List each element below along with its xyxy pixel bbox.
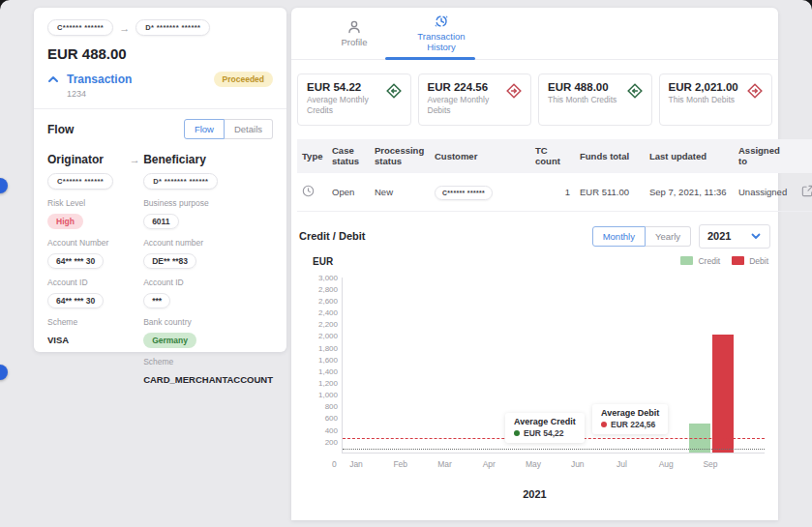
parties-breadcrumb: C****** ****** → D* ******* ****** bbox=[47, 19, 273, 36]
transaction-detail-panel: C****** ****** → D* ******* ****** EUR 4… bbox=[34, 8, 286, 352]
chart-year-label: 2021 bbox=[291, 488, 778, 500]
stat-label: This Month Credits bbox=[548, 95, 617, 105]
tab-label: Profile bbox=[323, 38, 385, 48]
stat-label: Average Monthly Debits bbox=[428, 95, 497, 116]
flow-section-title: Flow bbox=[47, 123, 74, 136]
diamond-arrow-right-icon bbox=[747, 83, 763, 99]
account-id-value: *** bbox=[143, 293, 170, 308]
diamond-arrow-right-icon bbox=[506, 83, 522, 99]
originator-name-pill[interactable]: C****** ****** bbox=[47, 19, 113, 36]
field-label: Scheme bbox=[143, 357, 273, 366]
tab-profile[interactable]: Profile bbox=[311, 8, 398, 59]
monthly-toggle-button[interactable]: Monthly bbox=[592, 226, 646, 247]
arrow-right-icon: → bbox=[119, 22, 130, 34]
average-credit-line bbox=[343, 449, 765, 450]
account-id-value: 64** *** 30 bbox=[47, 293, 104, 308]
y-axis-label: 2,400 bbox=[318, 308, 338, 317]
col-header-customer: Customer bbox=[430, 139, 530, 173]
x-axis-label: Feb bbox=[393, 459, 407, 469]
y-axis-label: 2,000 bbox=[318, 332, 338, 340]
x-axis-label: Apr bbox=[483, 459, 496, 469]
diamond-arrow-left-icon bbox=[627, 83, 643, 99]
legend-label: Credit bbox=[698, 256, 720, 266]
debit-swatch bbox=[732, 256, 744, 265]
arrow-right-icon: → bbox=[126, 153, 143, 387]
field-label: Business purpose bbox=[143, 198, 273, 208]
transaction-collapse-label[interactable]: Transaction bbox=[67, 73, 132, 86]
open-external-icon[interactable] bbox=[800, 184, 812, 198]
cell-tc-count: 1 bbox=[530, 173, 575, 212]
debit-dot-icon bbox=[601, 422, 607, 427]
active-tab-indicator bbox=[385, 57, 475, 60]
chart-x-axis: 0JanFebMarAprMayJunJulAugSep bbox=[342, 459, 765, 473]
risk-level-badge: High bbox=[47, 214, 83, 229]
app-window: C****** ****** → D* ******* ****** EUR 4… bbox=[0, 0, 812, 527]
col-header-funds-total: Funds total bbox=[575, 139, 645, 173]
legend-credit: Credit bbox=[680, 256, 720, 266]
year-select[interactable]: 2021 bbox=[699, 224, 770, 249]
beneficiary-name-pill[interactable]: D* ******* ****** bbox=[135, 19, 210, 36]
chevron-down-icon bbox=[750, 230, 762, 242]
field-label: Account ID bbox=[143, 278, 273, 287]
credit-dot-icon bbox=[514, 430, 520, 436]
customer-activity-panel: Profile Transaction History EUR 54.22 Av… bbox=[291, 8, 778, 520]
x-axis-label: Aug bbox=[659, 459, 674, 469]
year-select-value: 2021 bbox=[707, 230, 731, 242]
x-axis-origin-label: 0 bbox=[332, 459, 337, 469]
tooltip-value: EUR 224,56 bbox=[611, 420, 655, 429]
clock-icon bbox=[302, 185, 315, 197]
tooltip-title: Average Credit bbox=[514, 417, 576, 426]
stat-label: Average Monthly Credits bbox=[307, 95, 376, 116]
tooltip-title: Average Debit bbox=[601, 408, 659, 418]
y-axis-label: 1,600 bbox=[318, 355, 338, 364]
chart-y-axis: 2004006008001,0001,2001,4001,6001,8002,0… bbox=[299, 278, 342, 454]
y-axis-label: 200 bbox=[325, 437, 338, 446]
beneficiary-pill[interactable]: D* ******* ****** bbox=[143, 173, 218, 190]
account-number-value: DE** **83 bbox=[143, 253, 196, 269]
x-axis-label: Jul bbox=[617, 459, 627, 469]
divider bbox=[34, 108, 286, 109]
stat-card-month-credits: EUR 488.00 This Month Credits bbox=[538, 73, 652, 126]
chart-legend: Credit Debit bbox=[680, 256, 768, 266]
scheme-value: CARD_MERCHANTACCOUNT bbox=[143, 374, 273, 385]
history-icon bbox=[434, 14, 449, 29]
x-axis-label: May bbox=[526, 459, 541, 469]
col-header-case-status: Case status bbox=[327, 139, 370, 173]
flow-details-toggle: Flow Details bbox=[184, 119, 273, 139]
cases-table: Type Case status Processing status Custo… bbox=[297, 139, 812, 212]
chevron-up-icon[interactable] bbox=[47, 73, 59, 85]
yearly-toggle-button[interactable]: Yearly bbox=[646, 226, 691, 247]
sidebar-peek-button-top[interactable] bbox=[0, 178, 8, 193]
stat-label: This Month Debits bbox=[669, 95, 738, 105]
y-axis-label: 800 bbox=[325, 402, 338, 411]
cell-case-status: Open bbox=[327, 173, 370, 212]
table-row[interactable]: Open New C****** ****** 1 EUR 511.00 Sep… bbox=[297, 173, 812, 212]
y-axis-label: 1,200 bbox=[318, 378, 338, 387]
bank-country-badge: Germany bbox=[143, 333, 196, 348]
tab-transaction-history[interactable]: Transaction History bbox=[398, 8, 485, 59]
field-label: Account Number bbox=[47, 238, 126, 248]
x-axis-label: Mar bbox=[437, 459, 452, 469]
sidebar-peek-button-bottom[interactable] bbox=[0, 365, 8, 380]
flow-toggle-button[interactable]: Flow bbox=[184, 119, 225, 139]
stat-card-avg-debits: EUR 224.56 Average Monthly Debits bbox=[418, 73, 532, 126]
chart-currency-label: EUR bbox=[313, 256, 333, 267]
transaction-amount: EUR 488.00 bbox=[47, 45, 273, 62]
cell-customer-pill[interactable]: C****** ****** bbox=[435, 186, 493, 200]
legend-label: Debit bbox=[749, 256, 768, 266]
field-label: Risk Level bbox=[47, 198, 126, 208]
originator-pill[interactable]: C****** ****** bbox=[47, 173, 113, 190]
col-header-last-updated: Last updated bbox=[645, 139, 734, 173]
x-axis-label: Jun bbox=[571, 459, 585, 469]
tooltip-value: EUR 54,22 bbox=[524, 428, 564, 438]
cell-funds-total: EUR 511.00 bbox=[575, 173, 645, 212]
business-purpose-value: 6011 bbox=[143, 214, 178, 229]
y-axis-label: 1,400 bbox=[318, 366, 338, 375]
table-header-row: Type Case status Processing status Custo… bbox=[297, 139, 812, 173]
details-toggle-button[interactable]: Details bbox=[225, 119, 273, 139]
col-header-actions bbox=[796, 139, 812, 173]
field-label: Bank country bbox=[143, 317, 273, 327]
scheme-value: VISA bbox=[47, 335, 69, 345]
credit-debit-chart: EUR Credit Debit 2004006008001,0001,2001… bbox=[299, 256, 770, 486]
person-icon bbox=[346, 19, 362, 35]
